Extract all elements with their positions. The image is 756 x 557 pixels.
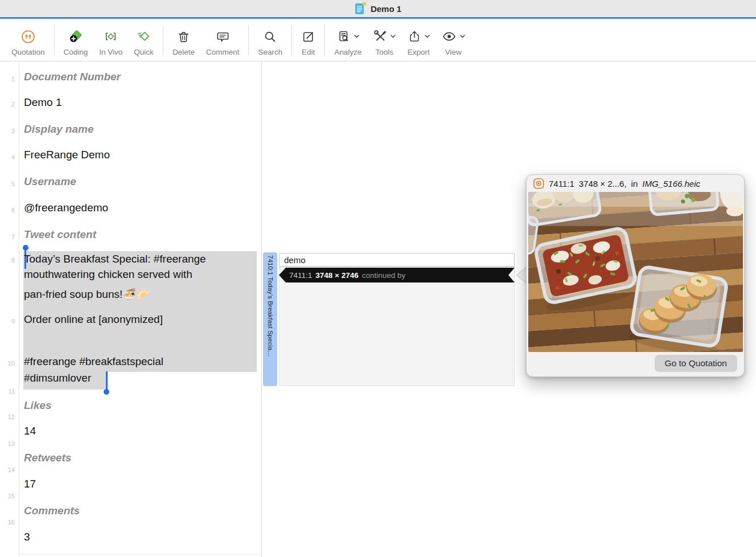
analyze-icon — [336, 29, 351, 44]
tweet-text-line: mouthwatering chicken served with — [24, 268, 192, 281]
tweet-text-line: #dimsumlover — [24, 372, 91, 384]
toolbar-separator — [163, 25, 163, 55]
food-photo — [528, 192, 743, 352]
quick-coding-icon — [136, 29, 151, 44]
line-number: 4 — [0, 154, 15, 161]
image-quotation-icon — [533, 178, 544, 189]
toolbar-separator — [291, 25, 292, 55]
field-value-display-name: FreeRange Demo — [24, 149, 110, 161]
document-icon — [355, 2, 367, 15]
toolbar-view-button[interactable]: View — [435, 21, 471, 61]
popup-quotation-size: 3748 × 2...6, — [579, 179, 627, 189]
toolbar-search-button[interactable]: Search — [252, 21, 288, 61]
toolbar-label: Analyze — [334, 48, 361, 56]
line-number: 15 — [0, 493, 15, 499]
field-label-username: Username — [24, 175, 76, 188]
line-number: 6 — [0, 207, 15, 214]
field-value-document-number: Demo 1 — [24, 96, 62, 109]
line-number: 13 — [0, 440, 15, 447]
toolbar-comment-button[interactable]: Comment — [200, 21, 245, 61]
quotation-icon — [20, 29, 36, 44]
field-value-username: @freerangedemo — [24, 202, 108, 214]
toolbar-label: Edit — [302, 48, 315, 56]
line-number: 12 — [0, 413, 15, 420]
go-to-quotation-button[interactable]: Go to Quotation — [655, 355, 737, 372]
popup-quotation-id: 7411:1 — [549, 179, 574, 189]
field-label-tweet-content: Tweet content — [24, 228, 96, 241]
toolbar-in-vivo-button[interactable]: In Vivo — [93, 21, 128, 61]
tools-icon — [373, 29, 388, 44]
field-value-retweets: 17 — [24, 478, 36, 490]
quotation-bar-7410-1[interactable]: 7410:1 Today’s Breakfast Specia… — [263, 252, 277, 386]
toolbar-separator — [54, 25, 55, 55]
line-number: 5 — [0, 181, 15, 187]
line-number: 3 — [0, 128, 15, 134]
coding-icon — [68, 29, 84, 44]
chevron-down-icon — [460, 35, 465, 38]
search-icon — [263, 30, 277, 44]
line-number: 7 — [0, 234, 15, 240]
toolbar-label: In Vivo — [99, 48, 122, 56]
field-label-likes: Likes — [24, 399, 52, 412]
hyperlink-ribbon[interactable]: 7411:1 3748 × 2746 continued by — [279, 268, 515, 282]
chevron-down-icon — [354, 35, 359, 38]
toolbar-label: Comment — [206, 48, 240, 56]
toolbar-label: Quotation — [11, 48, 45, 56]
comment-icon — [216, 30, 230, 44]
line-number: 10 — [0, 360, 15, 367]
toolbar-separator — [324, 25, 325, 55]
toolbar-edit-button[interactable]: Edit — [295, 21, 321, 61]
toolbar-quotation-button[interactable]: Quotation — [6, 21, 51, 61]
toolbar-label: Tools — [375, 48, 393, 56]
selection-handle-end[interactable] — [106, 371, 108, 390]
popup-file-name: IMG_5166.heic — [642, 179, 700, 189]
line-number: 14 — [0, 466, 15, 473]
toolbar-export-button[interactable]: Export — [401, 21, 435, 61]
pane-divider[interactable] — [261, 62, 262, 557]
eye-view-icon — [441, 29, 457, 44]
gutter-divider — [19, 62, 19, 557]
chevron-down-icon — [425, 35, 430, 38]
quotation-image-preview — [528, 192, 743, 352]
comment-editor: 7411:1 3748 × 2746 continued by — [279, 252, 515, 386]
field-label-document-number: Document Number — [24, 71, 121, 83]
selection-handle-end[interactable] — [104, 389, 109, 395]
document-end-line — [19, 554, 261, 555]
toolbar-label: Search — [258, 48, 282, 56]
line-number: 8 — [0, 257, 15, 264]
edit-icon — [301, 30, 315, 44]
toolbar-label: Delete — [172, 48, 195, 56]
toolbar-delete-button[interactable]: Delete — [167, 21, 200, 61]
toolbar: Quotation Coding In Vivo Quic — [0, 21, 756, 62]
linked-quotation-size: 3748 × 2746 — [315, 271, 358, 280]
toolbar-analyze-button[interactable]: Analyze — [328, 21, 367, 61]
popup-header: 7411:1 3748 × 2...6, in IMG_5166.heic — [527, 175, 744, 192]
line-number: 9 — [0, 318, 15, 325]
line-number: 1 — [0, 76, 15, 83]
toolbar-label: View — [445, 48, 462, 56]
popup-in-word: in — [631, 179, 638, 189]
line-number: 11 — [0, 388, 15, 395]
toolbar-separator — [248, 25, 249, 55]
field-value-likes: 14 — [24, 425, 36, 437]
tweet-text-line: Order online at [anonymized] — [24, 313, 163, 326]
toolbar-quick-button[interactable]: Quick — [128, 21, 159, 61]
quotation-preview-popup: 7411:1 3748 × 2...6, in IMG_5166.heic — [526, 174, 745, 377]
toolbar-tools-button[interactable]: Tools — [367, 21, 401, 61]
tweet-text-line: #freerange #breakfastspecial — [24, 355, 163, 368]
line-number: 16 — [0, 519, 15, 526]
comment-input[interactable] — [279, 253, 515, 267]
link-relation: continued by — [362, 271, 406, 280]
comment-body[interactable] — [279, 267, 515, 386]
in-vivo-icon — [103, 29, 118, 44]
toolbar-label: Coding — [64, 48, 88, 56]
toolbar-coding-button[interactable]: Coding — [58, 21, 94, 61]
title-bar: Demo 1 — [0, 0, 756, 19]
popup-arrow — [516, 267, 527, 284]
toolbar-label: Export — [408, 48, 430, 56]
field-value-comments: 3 — [24, 531, 30, 543]
app-window: Demo 1 Quotation Coding — [0, 0, 756, 557]
share-export-icon — [407, 29, 422, 44]
trash-icon — [176, 30, 191, 44]
linked-quotation-id: 7411:1 — [289, 271, 312, 280]
